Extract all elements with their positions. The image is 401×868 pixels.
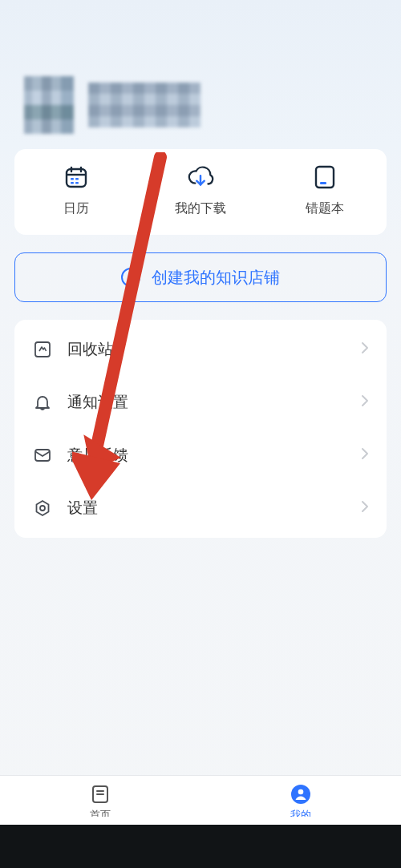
nav-mine[interactable]: 我的	[290, 784, 311, 817]
nav-mine-label: 我的	[290, 809, 311, 817]
quick-mistakes-label: 错题本	[306, 200, 344, 217]
nav-home[interactable]: 首页	[90, 784, 111, 817]
username[interactable]	[88, 83, 200, 127]
mail-icon	[32, 445, 53, 466]
calendar-icon	[63, 164, 90, 191]
svg-rect-6	[320, 182, 326, 184]
bell-icon	[32, 392, 53, 413]
profile-active-icon	[290, 784, 311, 808]
svg-point-12	[298, 789, 304, 795]
menu-recycle-label: 回收站	[67, 339, 346, 360]
quick-downloads-label: 我的下载	[175, 200, 226, 217]
menu-feedback-label: 意见反馈	[67, 445, 346, 466]
profile-header	[0, 0, 401, 144]
notebook-icon	[311, 164, 338, 191]
nav-home-label: 首页	[90, 809, 111, 817]
menu-settings[interactable]: 设置	[14, 482, 387, 535]
quick-calendar-label: 日历	[63, 200, 89, 217]
bottom-nav: 首页 我的	[0, 775, 401, 825]
svg-point-9	[40, 506, 45, 511]
svg-rect-3	[71, 182, 74, 184]
svg-rect-5	[316, 167, 334, 188]
svg-rect-1	[71, 178, 74, 180]
quick-downloads[interactable]: 我的下载	[139, 164, 261, 217]
create-store-button[interactable]: 创建我的知识店铺	[14, 252, 387, 302]
gear-icon	[32, 498, 53, 519]
svg-rect-7	[35, 342, 50, 357]
chevron-right-icon	[361, 500, 369, 516]
chevron-right-icon	[361, 341, 369, 357]
menu-notification-label: 通知设置	[67, 392, 346, 413]
create-store-label: 创建我的知识店铺	[152, 267, 280, 289]
quick-calendar[interactable]: 日历	[15, 164, 138, 217]
quick-mistakes[interactable]: 错题本	[263, 164, 386, 217]
menu-feedback[interactable]: 意见反馈	[14, 429, 387, 482]
menu-recycle[interactable]: 回收站	[14, 323, 387, 376]
quick-actions-card: 日历 我的下载 错题本	[14, 149, 387, 235]
ring-icon	[121, 268, 140, 287]
menu-notification[interactable]: 通知设置	[14, 376, 387, 429]
recycle-icon	[32, 339, 53, 360]
avatar[interactable]	[24, 76, 74, 134]
chevron-right-icon	[361, 447, 369, 463]
svg-rect-2	[75, 178, 79, 180]
menu-list: 回收站 通知设置 意见反馈	[14, 320, 387, 538]
home-icon	[90, 784, 111, 808]
svg-rect-4	[75, 182, 79, 184]
chevron-right-icon	[361, 394, 369, 410]
menu-settings-label: 设置	[67, 498, 346, 519]
cloud-download-icon	[187, 164, 214, 191]
bottom-blackbar	[0, 825, 401, 868]
